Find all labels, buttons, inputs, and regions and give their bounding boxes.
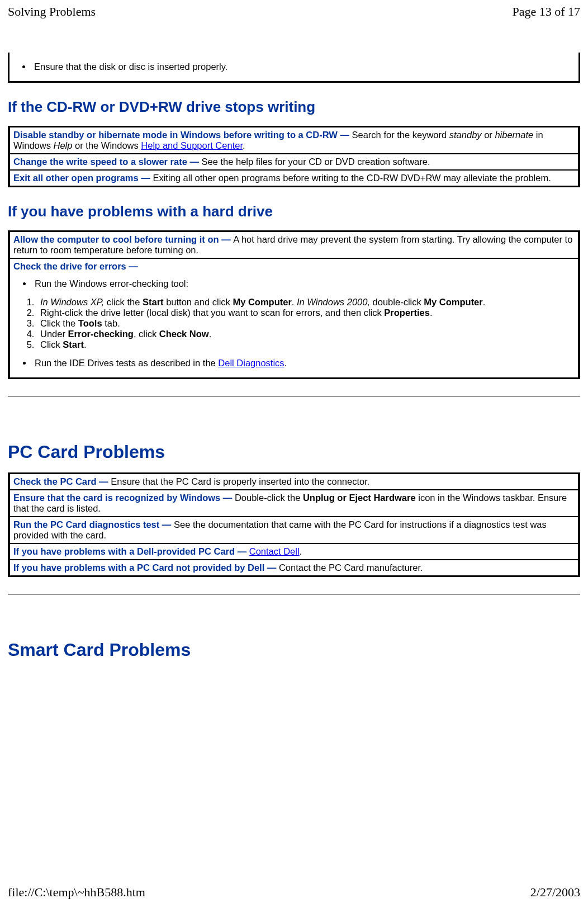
- italic-text: In Windows XP,: [40, 297, 104, 307]
- body-text: or: [482, 130, 495, 140]
- separator: [8, 396, 580, 397]
- lead-text: Allow the computer to cool before turnin…: [13, 234, 233, 244]
- bold-text: Properties: [384, 308, 430, 318]
- link-contact-dell[interactable]: Contact Dell: [249, 546, 300, 556]
- body-text: tab.: [102, 318, 120, 328]
- body-text: double-click: [370, 297, 424, 307]
- body-text: .: [243, 140, 245, 150]
- body-text: , click: [134, 329, 159, 339]
- body-text: Double-click the: [235, 493, 303, 503]
- bullet-list: Run the IDE Drives tests as described in…: [13, 358, 575, 368]
- cell: Exit all other open programs — Exiting a…: [10, 170, 578, 186]
- body-text: or the Windows: [72, 140, 141, 150]
- bullet-text: Ensure that the disk or disc is inserted…: [34, 62, 227, 72]
- italic-text: standby: [449, 130, 482, 140]
- body-text: Under: [40, 329, 68, 339]
- heading-smartcard: Smart Card Problems: [8, 640, 580, 660]
- bold-text: Start: [63, 339, 84, 349]
- list-item: Click the Tools tab.: [37, 318, 575, 329]
- box-pccard: Check the PC Card — Ensure that the PC C…: [8, 472, 580, 577]
- heading-hdd: If you have problems with a hard drive: [8, 203, 580, 220]
- box-hdd: Allow the computer to cool before turnin…: [8, 230, 580, 379]
- bullet-list: Run the Windows error-checking tool:: [13, 278, 575, 289]
- bold-text: Error-checking: [68, 329, 134, 339]
- ordered-list: In Windows XP, click the Start button an…: [13, 297, 575, 350]
- body-text: .: [84, 339, 87, 349]
- heading-cdrw: If the CD-RW or DVD+RW drive stops writi…: [8, 98, 580, 116]
- body-text: .: [300, 546, 302, 556]
- lead-text: If you have problems with a PC Card not …: [13, 562, 279, 573]
- body-text: .: [430, 308, 433, 318]
- cell: If you have problems with a Dell-provide…: [10, 543, 578, 560]
- body-text: .: [284, 358, 287, 368]
- lead-text: Check the drive for errors —: [13, 261, 138, 271]
- bold-text: Check Now: [159, 329, 209, 339]
- box-cdrw: Disable standby or hibernate mode in Win…: [8, 126, 580, 187]
- bold-text: My Computer: [424, 297, 482, 307]
- cell: Disable standby or hibernate mode in Win…: [10, 127, 578, 154]
- heading-pccard: PC Card Problems: [8, 442, 580, 462]
- link-help-center[interactable]: Help and Support Center: [141, 140, 243, 150]
- body-text: button and click: [164, 297, 233, 307]
- body-text: Contact the PC Card manufacturer.: [279, 562, 423, 573]
- cell: Ensure that the card is recognized by Wi…: [10, 490, 578, 517]
- body-text: See the help files for your CD or DVD cr…: [202, 157, 430, 167]
- cell: Check the PC Card — Ensure that the PC C…: [10, 474, 578, 490]
- body-text: Click the: [40, 318, 78, 328]
- lead-text: Disable standby or hibernate mode in Win…: [13, 130, 352, 140]
- cell: Allow the computer to cool before turnin…: [10, 232, 578, 258]
- italic-text: Help: [54, 140, 73, 150]
- list-item: Click Start.: [37, 339, 575, 350]
- body-text: .: [483, 297, 486, 307]
- list-item: In Windows XP, click the Start button an…: [37, 297, 575, 308]
- list-item: Ensure that the disk or disc is inserted…: [32, 62, 575, 72]
- list-item: Run the IDE Drives tests as described in…: [32, 358, 575, 368]
- lead-text: Exit all other open programs —: [13, 173, 153, 183]
- page-footer: file://C:\temp\~hhB588.htm 2/27/2003: [8, 885, 580, 900]
- lead-text: If you have problems with a Dell-provide…: [13, 546, 249, 556]
- bullet-list: Ensure that the disk or disc is inserted…: [13, 62, 575, 72]
- body-text: Search for the keyword: [352, 130, 449, 140]
- header-title: Solving Problems: [8, 4, 96, 19]
- italic-text: In Windows 2000,: [297, 297, 370, 307]
- italic-text: hibernate: [495, 130, 533, 140]
- box-partial-top: Ensure that the disk or disc is inserted…: [8, 53, 580, 83]
- lead-text: Check the PC Card —: [13, 476, 111, 486]
- body-text: .: [292, 297, 297, 307]
- list-item: Under Error-checking, click Check Now.: [37, 329, 575, 339]
- body-text: click the: [104, 297, 143, 307]
- header-pageinfo: Page 13 of 17: [512, 4, 580, 19]
- body-text: Ensure that the PC Card is properly inse…: [111, 476, 369, 486]
- body-text: Right-click the drive letter (local disk…: [40, 308, 384, 318]
- body-text: .: [209, 329, 212, 339]
- cell: Run the PC Card diagnostics test — See t…: [10, 517, 578, 543]
- lead-text: Run the PC Card diagnostics test —: [13, 519, 174, 529]
- lead-text: Change the write speed to a slower rate …: [13, 157, 202, 167]
- link-dell-diagnostics[interactable]: Dell Diagnostics: [218, 358, 284, 368]
- cell: Check the drive for errors — Run the Win…: [10, 258, 578, 377]
- body-text: Click: [40, 339, 63, 349]
- page-header: Solving Problems Page 13 of 17: [8, 4, 580, 19]
- separator: [8, 594, 580, 595]
- bold-text: Start: [143, 297, 164, 307]
- bold-text: My Computer: [233, 297, 291, 307]
- list-item: Run the Windows error-checking tool:: [32, 278, 575, 289]
- list-item: Right-click the drive letter (local disk…: [37, 308, 575, 318]
- bullet-text: Run the Windows error-checking tool:: [35, 278, 188, 289]
- bold-text: Unplug or Eject Hardware: [303, 493, 416, 503]
- lead-text: Ensure that the card is recognized by Wi…: [13, 493, 235, 503]
- cell: Change the write speed to a slower rate …: [10, 154, 578, 170]
- body-text: Exiting all other open programs before w…: [153, 173, 551, 183]
- footer-path: file://C:\temp\~hhB588.htm: [8, 885, 145, 900]
- footer-date: 2/27/2003: [530, 885, 580, 900]
- bullet-text: Run the IDE Drives tests as described in…: [35, 358, 218, 368]
- cell: If you have problems with a PC Card not …: [10, 560, 578, 575]
- bold-text: Tools: [78, 318, 102, 328]
